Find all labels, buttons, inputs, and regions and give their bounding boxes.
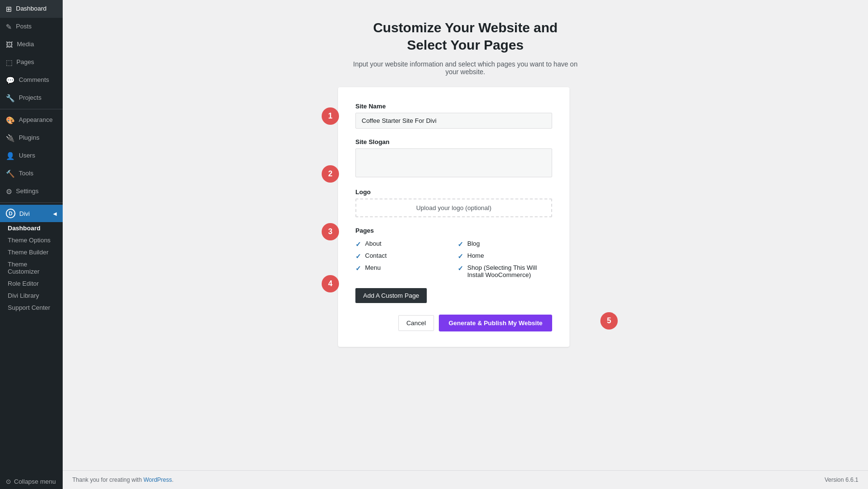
tools-icon: 🔨 — [6, 169, 15, 179]
comments-icon: 💬 — [6, 75, 15, 85]
main-content: Customize Your Website and Select Your P… — [63, 0, 868, 489]
sidebar-item-divi[interactable]: D Divi ◀ — [0, 205, 63, 222]
divi-sub-theme-builder[interactable]: Theme Builder — [0, 246, 63, 258]
footer-version: Version 6.6.1 — [825, 476, 858, 483]
site-name-label: Site Name — [355, 103, 552, 110]
step-spacer-2 — [330, 125, 339, 164]
page-item-menu[interactable]: Menu — [355, 264, 450, 278]
divi-sub-dashboard[interactable]: Dashboard — [0, 222, 63, 234]
sidebar-item-users[interactable]: 👤 Users — [0, 147, 63, 165]
divi-sub-divi-library[interactable]: Divi Library — [0, 290, 63, 302]
step-spacer-1 — [330, 87, 339, 106]
menu-check-icon — [355, 264, 361, 272]
sidebar-item-pages[interactable]: ⬚ Pages — [0, 53, 63, 71]
sidebar-item-dashboard[interactable]: ⊞ Dashboard — [0, 0, 63, 18]
sidebar-item-media[interactable]: 🖼 Media — [0, 36, 63, 53]
logo-upload-button[interactable]: Upload your logo (optional) — [355, 198, 552, 217]
site-slogan-label: Site Slogan — [355, 138, 552, 145]
sidebar-item-settings[interactable]: ⚙ Settings — [0, 183, 63, 200]
site-slogan-row: Site Slogan — [355, 138, 552, 179]
contact-check-icon — [355, 252, 361, 260]
footer-thanks: Thank you for creating with WordPress. — [72, 476, 174, 483]
page-item-shop[interactable]: Shop (Selecting This Will Install WooCom… — [458, 264, 552, 278]
divi-sub-theme-customizer[interactable]: Theme Customizer — [0, 258, 63, 278]
about-check-icon — [355, 240, 361, 248]
steps-column: 1 2 3 4 — [330, 87, 339, 292]
site-slogan-input[interactable] — [355, 148, 552, 177]
step-badge-1: 1 — [322, 107, 339, 125]
sidebar-divider — [0, 109, 63, 109]
logo-row: Logo Upload your logo (optional) — [355, 188, 552, 217]
page-content: Customize Your Website and Select Your P… — [63, 0, 868, 470]
pages-grid: About Blog Contact — [355, 240, 552, 278]
appearance-icon: 🎨 — [6, 115, 15, 125]
sidebar: ⊞ Dashboard ✎ Posts 🖼 Media ⬚ Pages 💬 Co… — [0, 0, 63, 489]
step-badge-3: 3 — [322, 223, 339, 240]
media-icon: 🖼 — [6, 40, 13, 50]
divi-arrow-icon: ◀ — [53, 211, 57, 216]
collapse-icon: ⊙ — [6, 478, 11, 485]
wizard-container: 5 1 2 3 4 — [330, 87, 600, 347]
divi-sub-role-editor[interactable]: Role Editor — [0, 278, 63, 290]
settings-icon: ⚙ — [6, 186, 12, 197]
sidebar-item-comments[interactable]: 💬 Comments — [0, 71, 63, 89]
sidebar-item-posts[interactable]: ✎ Posts — [0, 18, 63, 36]
shop-check-icon — [458, 264, 463, 272]
step-badge-5: 5 — [600, 312, 618, 330]
generate-publish-button[interactable]: Generate & Publish My Website — [439, 315, 552, 331]
site-name-input[interactable] — [355, 113, 552, 129]
divi-sub-support-center[interactable]: Support Center — [0, 302, 63, 314]
pages-label: Pages — [355, 227, 552, 234]
sidebar-item-tools[interactable]: 🔨 Tools — [0, 165, 63, 183]
divi-sub-theme-options[interactable]: Theme Options — [0, 234, 63, 246]
cancel-button[interactable]: Cancel — [398, 315, 434, 331]
wordpress-link[interactable]: WordPress — [143, 476, 172, 483]
pages-section: Pages About Blog — [355, 227, 552, 278]
sidebar-item-appearance[interactable]: 🎨 Appearance — [0, 111, 63, 129]
page-item-contact[interactable]: Contact — [355, 252, 450, 260]
step-spacer-4 — [330, 240, 339, 274]
dashboard-icon: ⊞ — [6, 4, 12, 14]
sidebar-item-projects[interactable]: 🔧 Projects — [0, 89, 63, 107]
card-with-steps: 1 2 3 4 Site Name — [330, 87, 600, 347]
action-row: Cancel Generate & Publish My Website — [355, 315, 552, 331]
step-badge-5-wrapper: 5 — [600, 311, 609, 330]
footer: Thank you for creating with WordPress. V… — [63, 470, 868, 489]
site-name-row: Site Name — [355, 103, 552, 129]
page-item-home[interactable]: Home — [458, 252, 552, 260]
plugins-icon: 🔌 — [6, 133, 15, 143]
page-item-about[interactable]: About — [355, 240, 450, 248]
blog-check-icon — [458, 240, 463, 248]
users-icon: 👤 — [6, 151, 15, 161]
page-title: Customize Your Website and Select Your P… — [373, 19, 558, 54]
step-badge-4: 4 — [322, 275, 339, 292]
page-item-blog[interactable]: Blog — [458, 240, 552, 248]
divi-icon: D — [6, 209, 15, 218]
pages-icon: ⬚ — [6, 57, 13, 67]
sidebar-item-plugins[interactable]: 🔌 Plugins — [0, 129, 63, 147]
home-check-icon — [458, 252, 463, 260]
step-spacer-3 — [330, 183, 339, 222]
page-subtitle: Input your website information and selec… — [350, 60, 581, 76]
divi-submenu: Dashboard Theme Options Theme Builder Th… — [0, 222, 63, 314]
collapse-menu-button[interactable]: ⊙ Collapse menu — [0, 474, 63, 489]
sidebar-divider-2 — [0, 202, 63, 203]
step-badge-2: 2 — [322, 165, 339, 183]
posts-icon: ✎ — [6, 22, 12, 32]
projects-icon: 🔧 — [6, 93, 15, 103]
logo-label: Logo — [355, 188, 552, 196]
add-custom-page-button[interactable]: Add A Custom Page — [355, 288, 427, 303]
form-card: Site Name Site Slogan Logo Upload your l… — [338, 87, 570, 347]
